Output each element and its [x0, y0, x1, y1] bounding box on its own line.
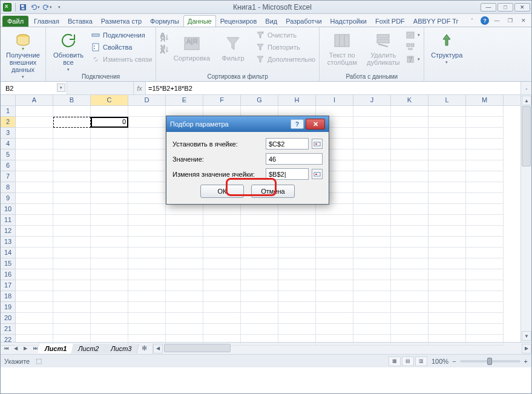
cell-L4[interactable] — [429, 139, 466, 149]
cell-J17[interactable] — [353, 280, 391, 291]
by-changing-refedit-icon[interactable] — [312, 169, 323, 179]
cell-L20[interactable] — [429, 313, 466, 324]
properties-button[interactable]: Свойства — [90, 42, 153, 53]
cell-J9[interactable] — [353, 193, 391, 204]
cell-A20[interactable] — [16, 313, 53, 324]
refresh-all-button[interactable]: Обновить все ▾ — [48, 28, 88, 73]
cell-B4[interactable] — [53, 139, 91, 149]
row-header-19[interactable]: 19 — [1, 302, 15, 313]
cell-K5[interactable] — [391, 149, 429, 160]
cell-L5[interactable] — [429, 149, 466, 160]
normal-view-icon[interactable]: ▦ — [389, 356, 401, 366]
cell-A16[interactable] — [16, 269, 53, 280]
cell-D14[interactable] — [128, 248, 166, 258]
page-layout-view-icon[interactable]: ▤ — [402, 356, 414, 366]
cell-J10[interactable] — [353, 204, 391, 215]
cell-M15[interactable] — [466, 258, 504, 269]
zoom-slider-knob[interactable] — [487, 358, 492, 365]
cell-E10[interactable] — [166, 204, 203, 215]
cell-K7[interactable] — [391, 171, 429, 182]
cell-A15[interactable] — [16, 258, 53, 269]
cell-I20[interactable] — [316, 313, 353, 324]
tab-формулы[interactable]: Формулы — [146, 15, 183, 27]
row-header-20[interactable]: 20 — [1, 313, 15, 324]
cell-L16[interactable] — [429, 269, 466, 280]
cell-J8[interactable] — [353, 182, 391, 193]
cell-A18[interactable] — [16, 291, 53, 302]
dialog-close-icon[interactable]: ✕ — [306, 119, 325, 130]
cell-C6[interactable] — [91, 160, 128, 171]
cell-G10[interactable] — [241, 204, 278, 215]
cell-B5[interactable] — [53, 149, 91, 160]
cell-K11[interactable] — [391, 215, 429, 226]
col-header-H[interactable]: H — [278, 95, 316, 105]
cell-C12[interactable] — [91, 226, 128, 237]
outline-button[interactable]: Структура ▾ — [427, 28, 467, 66]
cell-L10[interactable] — [429, 204, 466, 215]
cell-K6[interactable] — [391, 160, 429, 171]
cell-E13[interactable] — [166, 237, 203, 248]
cell-E11[interactable] — [166, 215, 203, 226]
row-header-18[interactable]: 18 — [1, 291, 15, 302]
sheet-tab-Лист1[interactable]: Лист1 — [38, 344, 74, 353]
zoom-slider[interactable] — [460, 360, 521, 363]
cell-D5[interactable] — [128, 149, 166, 160]
tab-рецензиров[interactable]: Рецензиров — [216, 15, 261, 27]
formula-input[interactable]: =15*B2+18*B2 — [146, 82, 521, 94]
qat-customize-icon[interactable]: ▾ — [54, 2, 65, 13]
cell-J16[interactable] — [353, 269, 391, 280]
cell-C1[interactable] — [91, 106, 128, 117]
cell-M1[interactable] — [466, 106, 504, 117]
cell-D15[interactable] — [128, 258, 166, 269]
tab-главная[interactable]: Главная — [30, 15, 64, 27]
tab-данные[interactable]: Данные — [183, 15, 216, 27]
column-headers[interactable]: ABCDEFGHIJKLM — [16, 95, 521, 106]
cell-M18[interactable] — [466, 291, 504, 302]
cell-J2[interactable] — [353, 117, 391, 128]
cell-I11[interactable] — [316, 215, 353, 226]
cell-J20[interactable] — [353, 313, 391, 324]
col-header-C[interactable]: C — [91, 95, 128, 105]
cell-B18[interactable] — [53, 291, 91, 302]
cell-F12[interactable] — [203, 226, 241, 237]
cell-F18[interactable] — [203, 291, 241, 302]
cell-B3[interactable] — [53, 128, 91, 139]
row-header-16[interactable]: 16 — [1, 269, 15, 280]
redo-icon[interactable]: ▾ — [42, 2, 53, 13]
cell-L8[interactable] — [429, 182, 466, 193]
cell-A5[interactable] — [16, 149, 53, 160]
cell-K16[interactable] — [391, 269, 429, 280]
cell-L7[interactable] — [429, 171, 466, 182]
dialog-titlebar[interactable]: Подбор параметра ? ✕ — [166, 116, 329, 132]
cell-F20[interactable] — [203, 313, 241, 324]
cell-I21[interactable] — [316, 324, 353, 335]
zoom-in-icon[interactable]: + — [524, 358, 528, 365]
cell-C14[interactable] — [91, 248, 128, 258]
cell-F13[interactable] — [203, 237, 241, 248]
cell-B16[interactable] — [53, 269, 91, 280]
cell-G19[interactable] — [241, 302, 278, 313]
cell-G20[interactable] — [241, 313, 278, 324]
by-changing-input[interactable]: $B$2| — [266, 168, 309, 180]
col-header-A[interactable]: A — [16, 95, 53, 105]
cell-B14[interactable] — [53, 248, 91, 258]
tab-foxit pdf[interactable]: Foxit PDF — [371, 15, 409, 27]
macro-record-icon[interactable]: ⬚ — [36, 357, 42, 365]
cell-M17[interactable] — [466, 280, 504, 291]
cell-D16[interactable] — [128, 269, 166, 280]
cell-F19[interactable] — [203, 302, 241, 313]
col-header-G[interactable]: G — [241, 95, 278, 105]
cell-I14[interactable] — [316, 248, 353, 258]
cell-H20[interactable] — [278, 313, 316, 324]
cell-L15[interactable] — [429, 258, 466, 269]
cell-B8[interactable] — [53, 182, 91, 193]
cell-L12[interactable] — [429, 226, 466, 237]
cell-H16[interactable] — [278, 269, 316, 280]
cell-B17[interactable] — [53, 280, 91, 291]
set-cell-refedit-icon[interactable] — [312, 139, 323, 149]
cell-D20[interactable] — [128, 313, 166, 324]
cell-L2[interactable] — [429, 117, 466, 128]
row-header-13[interactable]: 13 — [1, 237, 15, 248]
vertical-scrollbar[interactable]: ▲ ▼ — [521, 95, 531, 342]
scroll-right-icon[interactable]: ▶ — [522, 344, 531, 353]
